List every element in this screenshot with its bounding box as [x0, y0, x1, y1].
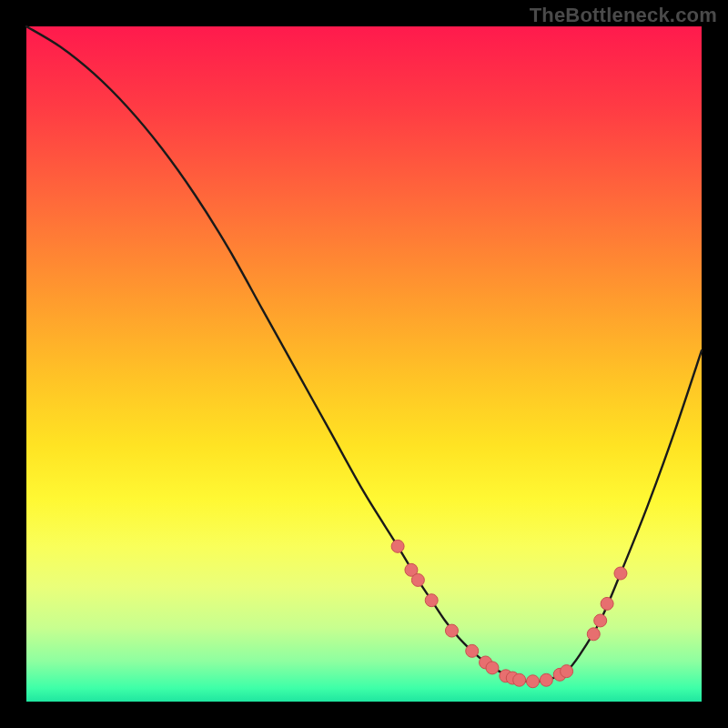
curve-marker [486, 662, 499, 674]
curve-marker [425, 594, 438, 607]
bottleneck-curve [26, 26, 702, 682]
curve-markers [391, 540, 627, 687]
curve-marker [614, 567, 627, 580]
curve-marker [601, 597, 613, 610]
curve-marker [391, 540, 404, 552]
curve-marker [411, 573, 424, 586]
curve-marker [513, 673, 526, 686]
curve-marker [594, 614, 607, 627]
curve-marker [561, 665, 573, 678]
chart-svg [26, 26, 702, 702]
watermark-text: TheBottleneck.com [530, 4, 717, 27]
curve-marker [587, 628, 600, 641]
chart-frame: TheBottleneck.com [0, 0, 728, 728]
plot-area [26, 26, 702, 702]
curve-marker [445, 624, 458, 637]
curve-marker [466, 644, 479, 657]
curve-marker [527, 675, 540, 688]
curve-marker [540, 673, 552, 686]
